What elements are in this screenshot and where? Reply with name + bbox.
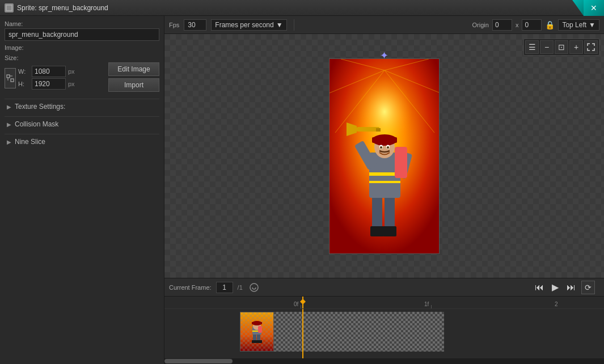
skip-last-button[interactable]: ⏭ [564,281,578,294]
size-fields: W: px H: px [18,66,102,91]
width-label: W: [18,68,29,75]
canvas-area[interactable]: ☰ − ⊡ + ✦ [164,34,604,278]
timeline-content [164,309,604,358]
scrollbar-thumb[interactable] [164,359,233,363]
origin-label: Origin [472,22,489,28]
nine-slice-chevron-icon: ▶ [7,139,11,145]
ruler-marker-0: 0f [294,301,298,307]
fps-dropdown-arrow: ▼ [276,21,283,29]
origin-preset-label: Top Left [562,21,586,29]
edit-image-button[interactable]: Edit Image [108,62,159,76]
origin-x-label: x [516,22,519,28]
texture-settings-section: ▶ Texture Settings: [5,99,159,114]
svg-rect-3 [11,79,14,82]
svg-rect-1 [7,6,11,10]
texture-settings-header[interactable]: ▶ Texture Settings: [5,99,159,114]
origin-y-input[interactable] [522,19,542,31]
nine-slice-header[interactable]: ▶ Nine Slice [5,134,159,149]
size-section: Size: W: px [5,54,159,94]
zoom-in-button[interactable]: + [569,40,583,54]
ruler-line-1 [431,305,432,308]
name-field-row: Name: [5,20,159,41]
skip-first-button[interactable]: ⏮ [533,281,546,294]
zoom-fit-button[interactable]: ⊡ [555,40,568,54]
loop-button[interactable]: ⟳ [581,281,595,294]
top-toolbar: Fps Frames per second ▼ Origin x 🔒 Top L… [164,16,604,34]
name-label: Name: [5,20,159,27]
name-input[interactable] [5,28,159,41]
play-controls: ⏮ ▶ ⏭ ⟳ [533,281,595,294]
timeline: 0f 1f 2 [164,296,604,364]
nine-slice-section: ▶ Nine Slice [5,134,159,149]
collision-mask-header[interactable]: ▶ Collision Mask [5,117,159,132]
fps-dropdown-label: Frames per second [215,21,273,29]
crosshair-icon: ✦ [380,49,388,62]
fps-dropdown[interactable]: Frames per second ▼ [211,19,286,31]
width-unit: px [68,68,75,75]
teal-corner [572,0,584,16]
origin-preset-dropdown[interactable]: Top Left ▼ [558,19,599,31]
height-input[interactable] [32,78,66,90]
svg-rect-23 [395,147,407,178]
texture-settings-label: Texture Settings: [15,103,65,111]
empty-checkerboard [274,312,444,352]
image-label: Image: [5,44,159,51]
play-button[interactable]: ▶ [550,281,561,294]
origin-section: Origin x 🔒 Top Left ▼ [472,19,599,31]
right-panel: Fps Frames per second ▼ Origin x 🔒 Top L… [164,16,604,364]
nine-slice-label: Nine Slice [15,138,45,146]
playhead-track [302,309,303,358]
toolbar-separator [294,19,294,31]
fullscreen-button[interactable] [584,40,598,54]
origin-preset-arrow: ▼ [589,21,595,29]
title-bar: Sprite: spr_menu_background ✕ [0,0,604,16]
canvas-menu-button[interactable]: ☰ [525,40,539,54]
height-label: H: [18,81,29,87]
ruler-line-0 [301,305,301,308]
image-field-row: Image: [5,44,159,51]
playhead-ruler [302,297,303,308]
origin-x-input[interactable] [492,19,512,31]
zoom-out-button[interactable]: − [540,40,554,54]
current-frame-label: Current Frame: [169,284,212,291]
close-button[interactable]: ✕ [584,0,604,16]
window-title: Sprite: spr_menu_background [17,4,108,12]
collision-chevron-icon: ▶ [7,121,11,128]
svg-rect-2 [7,75,10,78]
speed-icon[interactable] [247,281,261,294]
svg-point-29 [380,146,382,149]
collision-mask-label: Collision Mask [15,120,58,128]
fps-input[interactable] [184,19,206,31]
timeline-scrollbar[interactable] [164,358,604,364]
svg-rect-16 [370,226,384,236]
lock-icon[interactable]: 🔒 [545,20,555,29]
size-row: W: px H: px Edit Image Import [5,62,159,94]
sprite-icon [5,3,14,12]
timeline-ruler: 0f 1f 2 [164,297,604,309]
total-frames: /1 [238,284,243,291]
svg-rect-43 [252,322,262,324]
height-unit: px [68,81,75,87]
svg-point-34 [250,283,258,291]
svg-rect-38 [256,340,262,343]
left-panel: Name: Image: Size: W: [0,16,164,364]
svg-rect-17 [383,226,396,236]
height-row: H: px [18,78,102,90]
sprite-image [329,58,440,254]
current-frame-input[interactable] [216,282,233,293]
svg-rect-20 [369,181,400,183]
timeline-track [164,309,604,358]
size-label: Size: [5,54,159,61]
canvas-toolbar: ☰ − ⊡ + [523,39,599,56]
resize-icon[interactable] [5,68,16,88]
fps-label: Fps [169,22,179,28]
frame-thumb[interactable] [240,312,274,352]
empty-frames [274,312,444,352]
ruler-marker-1: 1f [424,301,429,307]
svg-rect-26 [372,137,397,143]
ruler-marker-2: 2 [555,301,558,307]
width-input[interactable] [32,66,66,77]
collision-mask-section: ▶ Collision Mask [5,116,159,132]
import-button[interactable]: Import [108,78,159,92]
sprite-container: ✦ [329,58,440,254]
